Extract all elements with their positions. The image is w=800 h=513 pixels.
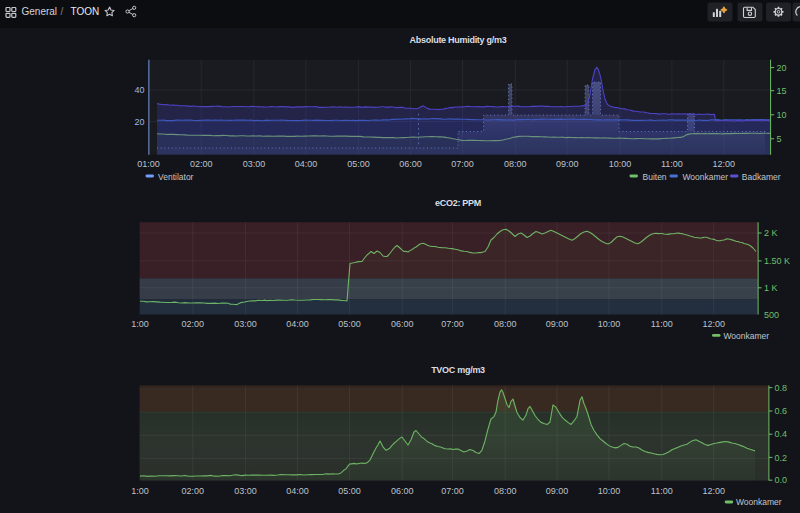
svg-text:11:00: 11:00	[651, 486, 673, 496]
svg-text:09:00: 09:00	[546, 486, 569, 496]
svg-text:07:00: 07:00	[441, 319, 464, 329]
svg-text:08:00: 08:00	[504, 159, 527, 169]
svg-text:10: 10	[777, 110, 787, 120]
svg-text:20: 20	[134, 117, 144, 127]
svg-text:40: 40	[134, 85, 144, 95]
svg-text:Badkamer: Badkamer	[742, 172, 781, 182]
svg-text:06:00: 06:00	[399, 159, 422, 169]
svg-text:02:00: 02:00	[190, 159, 213, 169]
svg-text:Ventilator: Ventilator	[158, 172, 194, 182]
svg-text:eCO2: PPM: eCO2: PPM	[435, 198, 481, 208]
svg-text:04:00: 04:00	[286, 319, 309, 329]
svg-text:11:00: 11:00	[651, 319, 673, 329]
svg-text:01:00: 01:00	[137, 159, 160, 169]
svg-text:08:00: 08:00	[494, 319, 517, 329]
svg-text:12:00: 12:00	[702, 319, 725, 329]
svg-text:05:00: 05:00	[338, 486, 361, 496]
svg-text:0.6: 0.6	[775, 406, 788, 416]
svg-text:TOON: TOON	[71, 6, 100, 17]
svg-text:06:00: 06:00	[391, 319, 414, 329]
svg-text:500: 500	[764, 310, 779, 320]
svg-text:1 K: 1 K	[764, 283, 778, 293]
svg-text:12:00: 12:00	[713, 159, 736, 169]
svg-text:0.4: 0.4	[775, 429, 788, 439]
svg-text:07:00: 07:00	[441, 486, 464, 496]
svg-text:Woonkamer: Woonkamer	[736, 497, 782, 507]
svg-text:11:00: 11:00	[661, 159, 683, 169]
svg-text:TVOC mg/m3: TVOC mg/m3	[431, 365, 485, 375]
svg-text:1:00: 1:00	[131, 486, 149, 496]
svg-text:2 K: 2 K	[764, 228, 778, 238]
svg-text:05:00: 05:00	[347, 159, 370, 169]
svg-text:12:00: 12:00	[702, 486, 725, 496]
svg-text:07:00: 07:00	[451, 159, 474, 169]
svg-text:10:00: 10:00	[598, 486, 621, 496]
svg-text:Buiten: Buiten	[643, 172, 667, 182]
svg-text:Absolute Humidity g/m3: Absolute Humidity g/m3	[410, 35, 507, 45]
svg-text:1.50 K: 1.50 K	[764, 256, 790, 266]
svg-text:1:00: 1:00	[131, 319, 149, 329]
svg-text:09:00: 09:00	[546, 319, 569, 329]
svg-text:Woonkamer: Woonkamer	[724, 331, 770, 341]
svg-text:10:00: 10:00	[598, 319, 621, 329]
svg-text:20: 20	[777, 63, 787, 73]
svg-text:04:00: 04:00	[295, 159, 318, 169]
svg-text:03:00: 03:00	[234, 319, 257, 329]
svg-text:10:00: 10:00	[609, 159, 632, 169]
svg-text:02:00: 02:00	[182, 486, 205, 496]
svg-text:03:00: 03:00	[243, 159, 266, 169]
svg-text:0.0: 0.0	[775, 475, 788, 485]
svg-text:Woonkamer: Woonkamer	[682, 172, 728, 182]
svg-text:05:00: 05:00	[338, 319, 361, 329]
svg-text:0.8: 0.8	[775, 383, 788, 393]
svg-text:/: /	[61, 6, 64, 17]
svg-text:15: 15	[777, 86, 787, 96]
svg-text:08:00: 08:00	[494, 486, 517, 496]
svg-text:General: General	[22, 6, 58, 17]
svg-text:04:00: 04:00	[286, 486, 309, 496]
svg-text:02:00: 02:00	[182, 319, 205, 329]
svg-text:06:00: 06:00	[391, 486, 414, 496]
svg-text:0.2: 0.2	[775, 453, 788, 463]
svg-text:03:00: 03:00	[234, 486, 257, 496]
svg-text:5: 5	[777, 134, 782, 144]
svg-text:09:00: 09:00	[556, 159, 579, 169]
